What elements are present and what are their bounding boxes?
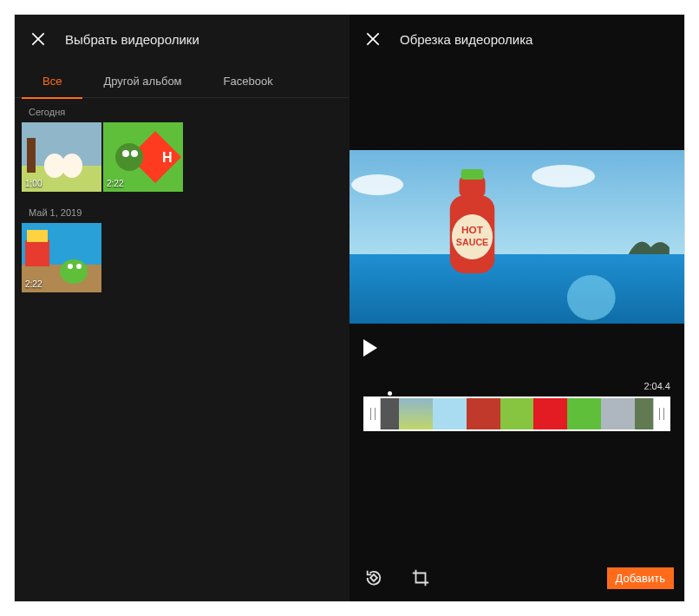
playhead-icon[interactable] (388, 391, 392, 396)
svg-point-9 (115, 143, 143, 171)
crop-icon[interactable] (407, 564, 434, 592)
duration-badge: 2:22 (25, 279, 42, 289)
svg-point-19 (76, 264, 82, 269)
svg-point-26 (567, 275, 616, 320)
right-header: Обрезка видеоролика (350, 15, 684, 63)
close-icon[interactable] (363, 29, 382, 49)
duration-badge: 1:00 (25, 179, 42, 188)
svg-rect-15 (25, 240, 49, 266)
bottom-bar: Добавить (350, 554, 684, 601)
svg-rect-6 (27, 138, 36, 173)
right-title: Обрезка видеоролика (400, 32, 532, 47)
svg-point-25 (532, 165, 595, 187)
svg-text:H: H (162, 150, 173, 165)
source-tabs: Все Другой альбом Facebook (15, 63, 350, 98)
tab-facebook[interactable]: Facebook (203, 63, 294, 98)
trim-handle-right[interactable] (653, 398, 669, 429)
play-row (350, 324, 684, 357)
rotate-icon[interactable] (360, 564, 388, 592)
video-thumb[interactable]: 2:22 (22, 223, 101, 292)
video-thumb[interactable]: H 2:22 (103, 122, 183, 192)
timecode: 2:04.4 (350, 357, 684, 396)
svg-rect-29 (461, 169, 484, 180)
left-header: Выбрать видеоролики (15, 15, 350, 63)
svg-point-24 (351, 174, 403, 195)
svg-rect-23 (350, 254, 684, 324)
add-button[interactable]: Добавить (607, 567, 674, 589)
section-label: Сегодня (15, 98, 350, 122)
trim-video-pane: Обрезка видеоролика (350, 15, 684, 601)
tab-other-album[interactable]: Другой альбом (82, 63, 202, 98)
svg-rect-16 (27, 230, 48, 242)
svg-point-30 (452, 214, 493, 259)
svg-rect-22 (350, 150, 684, 254)
video-thumb[interactable]: 1:00 (22, 122, 101, 192)
svg-point-5 (62, 154, 82, 178)
svg-point-11 (131, 150, 138, 157)
close-icon[interactable] (29, 29, 48, 49)
section-label: Май 1, 2019 (15, 199, 350, 223)
svg-text:SAUCE: SAUCE (456, 238, 489, 247)
tab-all[interactable]: Все (22, 63, 82, 98)
video-preview[interactable]: HOT SAUCE (350, 150, 684, 324)
timeline[interactable] (350, 396, 684, 431)
left-title: Выбрать видеоролики (65, 32, 199, 47)
trim-handle-left[interactable] (365, 398, 381, 429)
svg-point-18 (68, 264, 73, 269)
svg-point-17 (60, 259, 88, 284)
svg-text:HOT: HOT (461, 225, 483, 235)
thumb-grid: 1:00 H 2:22 (15, 122, 350, 199)
thumb-grid: 2:22 (15, 223, 350, 299)
select-videos-pane: Выбрать видеоролики Все Другой альбом Fa… (15, 15, 350, 601)
play-button[interactable] (363, 339, 377, 357)
duration-badge: 2:22 (107, 179, 123, 188)
svg-point-10 (122, 150, 129, 157)
svg-rect-33 (370, 574, 377, 581)
